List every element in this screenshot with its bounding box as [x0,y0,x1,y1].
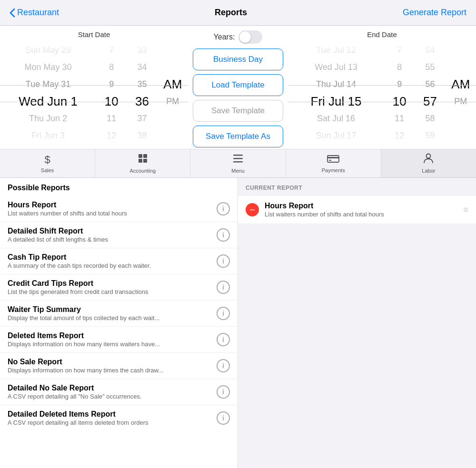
picker-item: 35 [127,76,157,93]
info-button-detailed-no-sale[interactable]: i [217,385,230,399]
picker-item: Tue Jul 12 [288,41,384,58]
report-desc: Displays information on how many times t… [8,367,217,374]
report-item-detailed-shift[interactable]: Detailed Shift Report A detailed list of… [0,222,238,248]
picker-item: 59 [415,127,445,144]
report-desc: Display the total amount of tips collect… [8,314,217,322]
info-button-hours[interactable]: i [217,202,230,215]
start-date-picker[interactable]: Start Date Sun May 29 Mon May 30 Tue May… [0,26,188,149]
picker-item: PM [446,93,476,110]
end-hour-column[interactable]: 7 8 9 10 11 12 1 [384,41,415,146]
picker-item: 12 [96,127,127,144]
report-name: Credit Card Tips Report [8,279,217,288]
report-name: Hours Report [8,201,217,209]
svg-rect-3 [143,159,147,163]
nav-bar: Restaurant Reports Generate Report [0,0,476,26]
business-day-button[interactable]: Business Day [193,49,283,70]
report-item-text: Deleted Items Report Displays informatio… [8,332,217,348]
picker-item: 00 [415,144,445,146]
tab-bar: $ Sales Accounting Menu [0,149,476,178]
tab-menu[interactable]: Menu [190,149,286,177]
info-button-deleted-items[interactable]: i [217,333,230,346]
end-date-picker[interactable]: End Date Tue Jul 12 Wed Jul 13 Thu Jul 1… [288,26,476,149]
report-item-deleted-items[interactable]: Deleted Items Report Displays informatio… [0,327,238,353]
picker-item: 11 [96,110,127,127]
report-item-detailed-deleted[interactable]: Detailed Deleted Items Report A CSV repo… [0,405,238,431]
picker-item: 56 [415,76,445,93]
svg-rect-6 [233,161,243,163]
years-label: Years: [214,33,235,41]
picker-item-selected: 36 [127,93,157,110]
report-desc: A CSV report detailing all "No Sale" occ… [8,393,217,400]
info-button-credit-card-tips[interactable]: i [217,281,230,294]
info-button-waiter-tip-summary[interactable]: i [217,307,230,320]
years-toggle[interactable] [238,30,262,44]
drag-handle[interactable]: ≡ [463,205,468,215]
svg-rect-0 [139,154,142,158]
back-button[interactable]: Restaurant [10,8,59,18]
picker-item: 1 [384,144,415,146]
report-item-credit-card-tips[interactable]: Credit Card Tips Report List the tips ge… [0,274,238,301]
current-report-panel: CURRENT REPORT − Hours Report List waite… [238,178,476,468]
info-button-cash-tip[interactable]: i [217,254,230,268]
picker-item: 9 [384,76,415,93]
years-toggle-row: Years: [214,30,263,44]
end-minute-column[interactable]: 54 55 56 57 58 59 00 [415,41,445,146]
save-template-button[interactable]: Save Template [193,100,283,122]
svg-rect-2 [139,159,142,163]
report-name: Detailed Shift Report [8,227,217,235]
page-title: Reports [215,8,247,18]
load-template-button[interactable]: Load Template [193,74,283,96]
report-item-cash-tip[interactable]: Cash Tip Report A summary of the cash ti… [0,248,238,274]
current-report-item[interactable]: − Hours Report List waiters number of sh… [238,196,476,224]
picker-item: 8 [96,58,127,76]
report-name: Waiter Tip Summary [8,305,217,314]
picker-item: 55 [415,58,445,76]
report-name: No Sale Report [8,358,217,366]
report-item-text: Cash Tip Report A summary of the cash ti… [8,253,217,269]
picker-item: Mon May 30 [0,58,96,76]
tab-sales-label: Sales [41,167,54,173]
picker-item-selected: AM [158,76,188,93]
report-item-text: Credit Card Tips Report List the tips ge… [8,279,217,295]
tab-labor[interactable]: Labor [381,149,476,177]
picker-item: Sun May 29 [0,41,96,58]
tab-menu-label: Menu [231,168,245,174]
menu-icon [232,153,244,166]
tab-sales[interactable]: $ Sales [0,149,95,177]
date-picker-area: Start Date Sun May 29 Mon May 30 Tue May… [0,26,476,149]
picker-item: 34 [127,58,157,76]
info-button-no-sale[interactable]: i [217,359,230,372]
picker-item: 12 [384,127,415,144]
tab-payments[interactable]: Payments [286,149,381,177]
start-hour-column[interactable]: 7 8 9 10 11 12 1 [96,41,127,146]
report-item-hours[interactable]: Hours Report List waiters number of shif… [0,196,238,222]
report-item-text: Detailed Shift Report A detailed list of… [8,227,217,243]
svg-point-10 [426,154,431,158]
report-item-text: Detailed Deleted Items Report A CSV repo… [8,410,217,426]
save-template-as-button[interactable]: Save Template As [193,126,283,147]
end-day-column[interactable]: Tue Jul 12 Wed Jul 13 Thu Jul 14 Fri Jul… [288,41,384,146]
start-day-column[interactable]: Sun May 29 Mon May 30 Tue May 31 Wed Jun… [0,41,96,146]
start-ampm-column[interactable]: AM PM [158,41,188,146]
tab-accounting[interactable]: Accounting [95,149,190,177]
report-name: Deleted Items Report [8,332,217,340]
report-item-detailed-no-sale[interactable]: Detailed No Sale Report A CSV report det… [0,379,238,405]
back-label: Restaurant [17,8,59,18]
picker-item: 11 [384,110,415,127]
picker-item: Wed Jul 13 [288,58,384,76]
info-button-detailed-deleted[interactable]: i [217,411,230,425]
tab-labor-label: Labor [422,168,435,174]
end-ampm-column[interactable]: AM PM [446,41,476,146]
report-item-waiter-tip-summary[interactable]: Waiter Tip Summary Display the total amo… [0,301,238,327]
remove-report-button[interactable]: − [246,203,259,216]
possible-reports-title: Possible Reports [0,178,238,196]
generate-report-button[interactable]: Generate Report [403,8,466,18]
info-button-detailed-shift[interactable]: i [217,228,230,242]
picker-item: 1 [96,144,127,146]
report-item-text: Hours Report List waiters number of shif… [8,201,217,217]
start-minute-column[interactable]: 33 34 35 36 37 38 39 [127,41,157,146]
report-item-no-sale[interactable]: No Sale Report Displays information on h… [0,353,238,379]
picker-item: 39 [127,144,157,146]
svg-rect-5 [233,158,243,159]
svg-rect-1 [143,154,147,158]
